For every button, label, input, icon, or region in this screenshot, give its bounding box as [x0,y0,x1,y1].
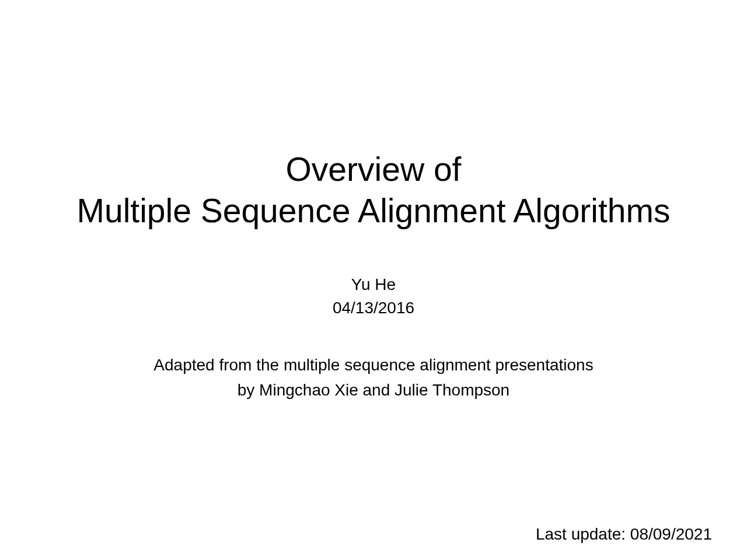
author-name: Yu He [351,273,396,297]
adapted-line-1: Adapted from the multiple sequence align… [153,352,593,377]
slide-container: Overview of Multiple Sequence Alignment … [0,0,747,560]
title-line-2: Multiple Sequence Alignment Algorithms [76,190,670,232]
adapted-from: Adapted from the multiple sequence align… [153,352,593,403]
title-line-1: Overview of [76,149,670,190]
slide-title: Overview of Multiple Sequence Alignment … [76,149,670,232]
presentation-date: 04/13/2016 [333,296,414,320]
adapted-line-2: by Mingchao Xie and Julie Thompson [153,377,593,402]
last-update-date: Last update: 08/09/2021 [536,525,712,544]
